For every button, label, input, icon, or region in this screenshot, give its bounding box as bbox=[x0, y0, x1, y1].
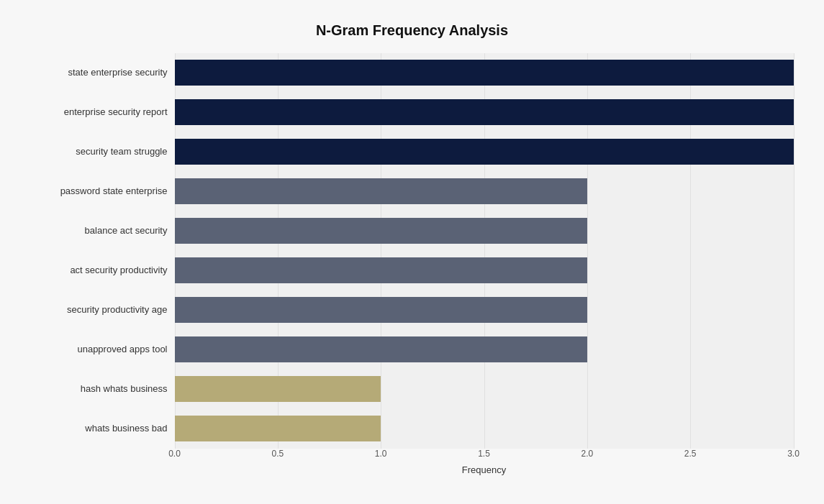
x-tick-label: 0.5 bbox=[263, 449, 292, 459]
bar-row bbox=[175, 133, 794, 170]
x-tick-label: 1.5 bbox=[470, 449, 499, 459]
y-axis-label: unapproved apps tool bbox=[77, 331, 167, 368]
x-tick-label: 1.0 bbox=[366, 449, 395, 459]
bar-row bbox=[175, 370, 794, 408]
bars-container bbox=[175, 53, 794, 449]
bar-row bbox=[175, 331, 794, 368]
x-tick-label: 2.0 bbox=[573, 449, 602, 459]
bar bbox=[175, 178, 587, 204]
y-axis-label: balance act security bbox=[85, 212, 168, 249]
bar bbox=[175, 297, 587, 323]
bar bbox=[175, 60, 794, 86]
chart-container: N-Gram Frequency Analysis state enterpri… bbox=[17, 8, 808, 497]
chart-title: N-Gram Frequency Analysis bbox=[31, 22, 794, 39]
y-axis-label: whats business bad bbox=[85, 410, 167, 447]
bar-row bbox=[175, 291, 794, 329]
bar bbox=[175, 218, 587, 244]
x-axis: 0.00.51.01.52.02.53.0 Frequency bbox=[175, 449, 794, 470]
y-axis-label: state enterprise security bbox=[68, 54, 167, 91]
bar-row bbox=[175, 410, 794, 447]
plot-area: 0.00.51.01.52.02.53.0 Frequency bbox=[175, 53, 794, 470]
x-tick-label: 2.5 bbox=[676, 449, 705, 459]
x-tick-label: 3.0 bbox=[779, 449, 808, 459]
y-axis-label: security productivity age bbox=[67, 291, 167, 329]
bar-row bbox=[175, 173, 794, 210]
x-axis-label: Frequency bbox=[175, 464, 794, 475]
y-axis-label: act security productivity bbox=[70, 252, 167, 289]
chart-area: state enterprise securityenterprise secu… bbox=[31, 53, 794, 470]
bar-row bbox=[175, 93, 794, 131]
bar-row bbox=[175, 212, 794, 249]
bar bbox=[175, 257, 587, 283]
bar-row bbox=[175, 54, 794, 91]
bar bbox=[175, 376, 381, 402]
x-tick-label: 0.0 bbox=[160, 449, 189, 459]
bar bbox=[175, 416, 381, 441]
bar bbox=[175, 99, 794, 125]
bar-row bbox=[175, 252, 794, 289]
y-axis-label: security team struggle bbox=[76, 133, 167, 170]
y-axis-labels: state enterprise securityenterprise secu… bbox=[31, 53, 175, 470]
grid-line bbox=[794, 53, 794, 449]
bar bbox=[175, 336, 587, 362]
y-axis-label: password state enterprise bbox=[60, 173, 168, 210]
bar bbox=[175, 139, 794, 165]
y-axis-label: enterprise security report bbox=[64, 93, 168, 131]
y-axis-label: hash whats business bbox=[81, 370, 168, 408]
